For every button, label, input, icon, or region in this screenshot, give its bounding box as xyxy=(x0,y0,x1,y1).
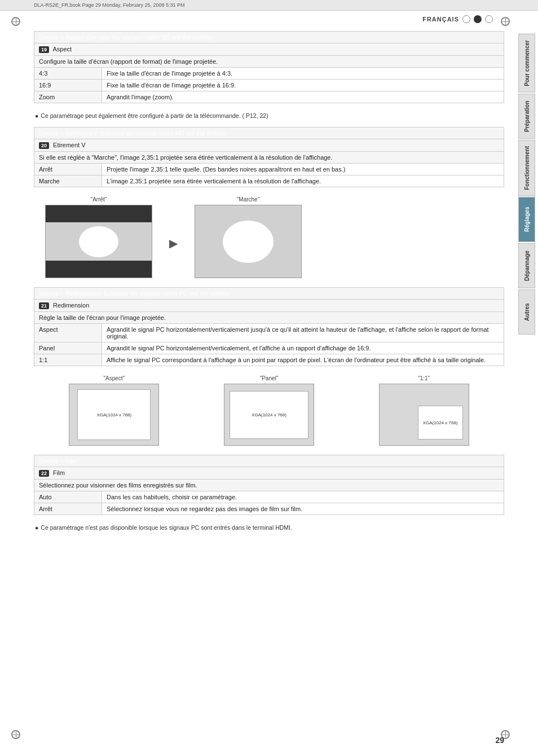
film-header: Source > Film xyxy=(34,455,504,467)
aspect-row-169: 16:9 Fixe la taille d'écran de l'image p… xyxy=(34,80,504,91)
page-number: 29 xyxy=(495,736,504,745)
corner-mark-bl xyxy=(11,730,20,739)
diagram-xga-panel-label: "Panel" xyxy=(260,375,279,381)
redimension-header: Source > Redimension (Lorsque les signau… xyxy=(34,288,504,300)
film-note: Ce paramétrage n'est pas disponible lors… xyxy=(34,524,504,531)
diagram-xga-11-label: "1:1" xyxy=(418,375,430,381)
etirement-row-arret: Arrêt Projette l'image 2,35:1 telle quel… xyxy=(34,164,504,175)
etirement-diagrams: "Arrêt" ▶ "Marche" xyxy=(34,196,504,278)
diagram-arret-label: "Arrêt" xyxy=(91,196,107,203)
main-content: Source > Aspect (Lorsque les signaux vid… xyxy=(0,25,538,544)
xga-aspect-inner: XGA(1024 x 768) xyxy=(77,389,151,440)
redimension-row-panel: Panel Agrandit le signal PC horizontalem… xyxy=(34,342,504,354)
film-row-arret: Arrêt Sélectionnez lorsque vous ne regar… xyxy=(34,503,504,515)
aspect-row-43: 4:3 Fixe la taille d'écran de l'image pr… xyxy=(34,68,504,80)
circle-indicator-3 xyxy=(485,15,493,23)
film-desc: Sélectionnez pour visionner des films en… xyxy=(34,480,504,491)
language-bar: FRANÇAIS xyxy=(0,11,538,25)
etirement-subheader: 20 Etirement V xyxy=(34,139,504,152)
etirement-desc: Si elle est réglée à "Marche", l'image 2… xyxy=(34,152,504,164)
xga-11-inner: XGA(1024 x 768) xyxy=(418,406,463,439)
aspect-number: 19 xyxy=(39,46,49,53)
diagram-arrow: ▶ xyxy=(169,236,178,250)
diagram-xga-11: "1:1" XGA(1024 x 768) xyxy=(379,375,469,446)
etirement-number: 20 xyxy=(39,142,49,149)
aspect-desc: Configure la taille d'écran (rapport de … xyxy=(34,56,504,68)
etirement-row-marche: Marche L'image 2,35:1 projetée sera étir… xyxy=(34,175,504,187)
diagram-marche-frame xyxy=(195,205,302,278)
language-label: FRANÇAIS xyxy=(422,16,459,23)
redimension-subheader: 21 Redimension xyxy=(34,300,504,312)
diagram-xga-aspect: "Aspect" XGA(1024 x 768) xyxy=(69,375,159,446)
redimension-number: 21 xyxy=(39,302,49,309)
xga-11-frame: XGA(1024 x 768) xyxy=(379,384,469,446)
circle-arret xyxy=(79,226,118,257)
corner-mark-tl xyxy=(11,17,20,26)
file-info-text: DLA-RS2E_FR.book Page 29 Monday, Februar… xyxy=(34,2,184,8)
aspect-subheader: 19 Aspect xyxy=(34,43,504,56)
redimension-desc: Règle la taille de l'écran pour l'image … xyxy=(34,312,504,324)
diagram-marche-label: "Marche" xyxy=(237,196,259,203)
etirement-header: Source > Etirement V (Lorsque les signau… xyxy=(34,128,504,139)
xga-aspect-frame: XGA(1024 x 768) xyxy=(69,384,159,446)
circle-indicator-2 xyxy=(474,15,482,23)
corner-mark-tr xyxy=(501,17,510,26)
diagram-arret-frame xyxy=(45,205,152,278)
aspect-note: Ce paramétrage peut également être confi… xyxy=(34,112,504,119)
diagram-xga-panel: "Panel" XGA(1024 x 768) xyxy=(224,375,314,446)
circle-marche xyxy=(223,221,274,263)
page-container: DLA-RS2E_FR.book Page 29 Monday, Februar… xyxy=(0,0,538,756)
redimension-diagrams: "Aspect" XGA(1024 x 768) "Panel" XGA(102… xyxy=(34,375,504,446)
film-subheader: 22 Film xyxy=(34,467,504,480)
redimension-row-aspect: Aspect Agrandit le signal PC horizontale… xyxy=(34,324,504,342)
section-aspect: Source > Aspect (Lorsque les signaux vid… xyxy=(34,31,504,103)
xga-panel-frame: XGA(1024 x 768) xyxy=(224,384,314,446)
section-redimension: Source > Redimension (Lorsque les signau… xyxy=(34,287,504,366)
section-etirement: Source > Etirement V (Lorsque les signau… xyxy=(34,127,504,187)
film-row-auto: Auto Dans les cas habituels, choisir ce … xyxy=(34,491,504,503)
file-info-bar: DLA-RS2E_FR.book Page 29 Monday, Februar… xyxy=(0,0,538,11)
diagram-xga-aspect-label: "Aspect" xyxy=(103,375,125,381)
redimension-row-11: 1:1 Affiche le signal PC correspondant à… xyxy=(34,354,504,366)
diagram-marche: "Marche" xyxy=(195,196,302,278)
film-number: 22 xyxy=(39,470,49,477)
circle-indicator-1 xyxy=(462,15,470,23)
section-film: Source > Film 22 Film Sélectionnez pour … xyxy=(34,455,504,515)
aspect-header: Source > Aspect (Lorsque les signaux vid… xyxy=(34,32,504,43)
diagram-arret: "Arrêt" xyxy=(45,196,152,278)
aspect-row-zoom: Zoom Agrandit l'image (zoom). xyxy=(34,91,504,103)
xga-panel-inner: XGA(1024 x 768) xyxy=(230,391,308,439)
